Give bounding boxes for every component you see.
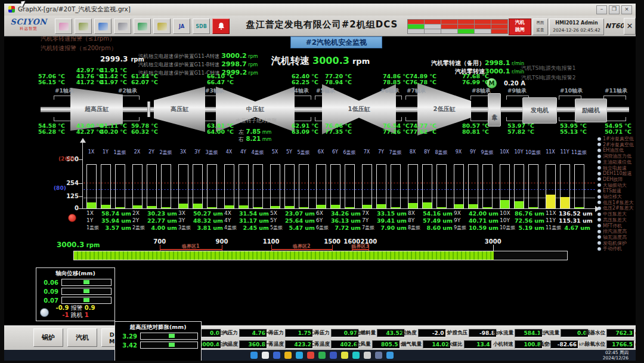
exciter-box: 励磁机 [575,99,607,122]
panel-gauge-row: 0.09 [39,288,112,295]
measurement-label: 真空 [539,341,549,348]
sdb-icon[interactable]: SDB [193,19,210,34]
matrix-cell-0-1[interactable] [425,20,441,24]
vib-ytick-0: 0 [38,205,79,211]
panel-value: 3.42 [118,342,137,349]
edge-icon[interactable] [296,352,303,359]
vib-bar-fill-2盖振 [162,207,171,208]
word-icon[interactable] [330,352,337,359]
vib-bar-fill-2X [133,205,142,208]
matrix-cell-2-0[interactable] [408,29,424,33]
company-header: 盘江普定发电有限公司#2机组DCS [239,19,405,30]
panel-value: 0.06 [39,279,58,286]
vib-bar-7Y [376,164,386,209]
alarm-item-dot [597,143,601,146]
trend-icon[interactable] [94,19,112,34]
exit-button[interactable]: ✕ [624,18,636,35]
local-speed-value: 2999.3 [100,55,128,63]
vib-value-5Y: 25.64 um [283,217,315,224]
vib-value-1Y: 35.94 um [100,217,131,224]
panel-gauge [140,342,198,349]
measurement-value: 762.3 [606,329,634,337]
matrix-cell-1-1[interactable] [425,24,441,29]
vib-value-4Y: 31.17 um [237,217,269,224]
critical-zone-label-1: 临界区1 [178,243,204,250]
measurement-给水流量: 给水流量584.1t/h [493,329,539,337]
ja-icon[interactable]: JA [173,19,190,34]
matrix-cell-2-2[interactable] [441,29,457,33]
matrix-cell-2-1[interactable] [425,29,441,33]
restore-button[interactable]: ❐ [609,5,620,14]
matrix-cell-2-4[interactable] [475,29,491,33]
matrix-cell-0-0[interactable] [408,20,424,24]
faceplate-icon[interactable] [114,19,131,34]
browser-icon[interactable] [307,352,314,359]
matrix-cell-1-4[interactable] [475,24,491,29]
vib-value-6Y: 36.13 um [329,217,361,224]
report-icon-glyph [157,23,167,30]
bearing-7-temp-top-1: 76.78 °C [410,79,436,85]
measurement-label: 主汽温度 [218,341,238,348]
excel-icon[interactable] [318,352,326,359]
alarm-list-item-20: 手动停机 [597,245,622,252]
ip-exp-unit: mm [261,137,271,142]
critical-zone-label-2: 临界区2 [289,243,315,250]
settings-icon[interactable] [364,352,371,359]
matrix-cell-1-0[interactable] [408,24,424,29]
bearing-10-label: #10轴承 [560,87,583,95]
task-view-icon[interactable] [273,352,280,359]
speed-tick-label-3000: 3000 [484,238,503,245]
speed-scale-unit: rpm [84,242,100,248]
panel-gauge [61,288,112,295]
matrix-cell-0-2[interactable] [441,20,457,24]
file-explorer-icon[interactable] [284,352,292,359]
nav-button-锅炉[interactable]: 锅炉 [33,328,63,347]
vib-bar-fill-11盖振 [575,207,584,208]
bearing-8-temp-bottom-1: 80.81 °C [462,128,489,135]
matrix-cell-1-3[interactable] [458,24,474,29]
alarm-item-dot [597,241,601,245]
vib-bar-6盖振 [345,164,355,209]
alarm-bell-icon[interactable] [212,19,230,34]
report-icon[interactable] [153,19,171,34]
vib-bar-6X [316,164,326,209]
panel-title: 轴向位移(mm) [39,269,112,277]
matrix-cell-1-2[interactable] [441,24,457,29]
matrix-cell-0-5[interactable] [491,20,507,24]
turbine-trip-button[interactable]: 汽机跳闸 [509,19,531,35]
panel-gauge [61,279,112,286]
panel-gauge-marker [169,343,175,347]
search-icon[interactable] [262,352,269,359]
vib-alarm-limit-label: (260) [58,156,75,162]
operators-icon[interactable] [55,19,72,34]
vib-bar-5Y [284,164,295,209]
vib-bar-fill-1X [87,202,96,208]
vpn-icon[interactable] [375,352,382,359]
measurement-label: 凝器水位 [585,330,605,337]
close-button[interactable]: × [621,5,632,14]
minimize-button[interactable]: – [596,5,607,14]
matrix-cell-2-3[interactable] [458,29,474,33]
operators-icon-glyph [59,23,69,30]
notes-icon[interactable] [341,352,348,359]
vib-value-3Y: 48.32 um [191,217,223,224]
matrix-cell-0-4[interactable] [475,20,491,24]
display-icon[interactable] [134,19,151,34]
start-button[interactable] [250,352,258,359]
matrix-cell-1-5[interactable] [491,24,507,29]
vib-value-3盖振: 3.81 um [191,224,223,231]
teams-icon[interactable] [352,352,360,359]
measurement-label: 主汽压力 [218,330,238,337]
update-icon[interactable] [386,352,394,359]
matrix-cell-0-3[interactable] [458,20,474,24]
speed-scale-readout: 3000.3 rpm [57,238,100,250]
vib-bar-fill-11X [546,195,555,208]
vib-bar-fill-9盖振 [483,207,492,208]
measurement-value: 13.4 [464,340,492,349]
alarm-item-dot [597,155,601,158]
taskbar-clock[interactable]: 02:45 周四 2024/12/26 [603,350,628,361]
nav-button-汽机[interactable]: 汽机 [67,328,97,347]
keyboard-icon[interactable] [75,19,92,34]
mini-panel-button[interactable]: 画面监盘 [532,19,548,35]
matrix-cell-2-5[interactable] [491,29,507,33]
